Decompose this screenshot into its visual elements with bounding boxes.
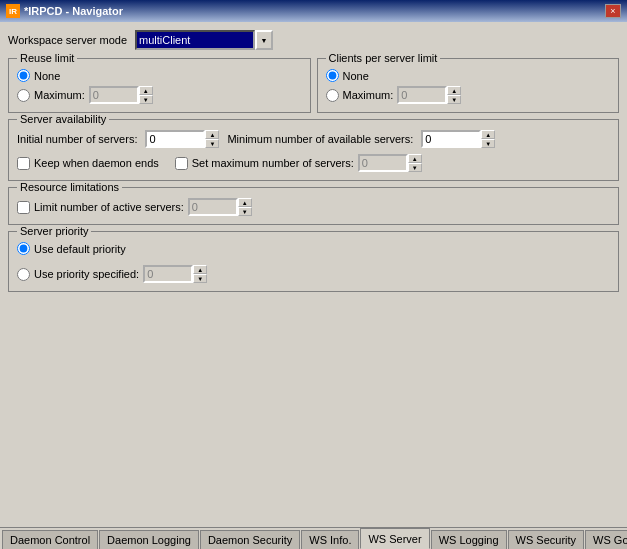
min-avail-spin-up[interactable]: ▲ xyxy=(481,130,495,139)
workspace-mode-select[interactable]: multiClient xyxy=(135,30,255,50)
clients-max-spin-down[interactable]: ▼ xyxy=(447,95,461,104)
tab-ws-logging[interactable]: WS Logging xyxy=(431,530,507,549)
limit-active-label: Limit number of active servers: xyxy=(34,201,184,213)
reuse-max-radio[interactable] xyxy=(17,89,30,102)
server-availability-group: Server availability Initial number of se… xyxy=(8,119,619,181)
server-availability-legend: Server availability xyxy=(17,113,109,125)
avail-row1: Initial number of servers: ▲ ▼ Minimum n… xyxy=(17,130,610,148)
workspace-mode-dropdown-wrapper: multiClient xyxy=(135,30,273,50)
min-avail-label: Minimum number of available servers: xyxy=(227,133,413,145)
set-max-spin-up[interactable]: ▲ xyxy=(408,154,422,163)
dropdown-arrow-icon[interactable] xyxy=(255,30,273,50)
set-max-spin-buttons: ▲ ▼ xyxy=(408,154,422,172)
clients-limit-group: Clients per server limit None Maximum: ▲… xyxy=(317,58,620,113)
initial-servers-spin-down[interactable]: ▼ xyxy=(205,139,219,148)
resource-limitations-legend: Resource limitations xyxy=(17,181,122,193)
title-bar: IR *IRPCD - Navigator × xyxy=(0,0,627,22)
clients-max-label: Maximum: xyxy=(343,89,394,101)
tab-daemon-control[interactable]: Daemon Control xyxy=(2,530,98,549)
tab-bar: Daemon ControlDaemon LoggingDaemon Secur… xyxy=(0,527,627,549)
min-avail-spin-down[interactable]: ▼ xyxy=(481,139,495,148)
initial-servers-spin-buttons: ▲ ▼ xyxy=(205,130,219,148)
res-row: Limit number of active servers: ▲ ▼ xyxy=(17,198,610,216)
reuse-max-label: Maximum: xyxy=(34,89,85,101)
min-avail-input[interactable] xyxy=(421,130,481,148)
clients-none-row: None xyxy=(326,69,611,82)
resource-limitations-group: Resource limitations Limit number of act… xyxy=(8,187,619,225)
clients-max-spinbox: ▲ ▼ xyxy=(397,86,461,104)
clients-max-spin-up[interactable]: ▲ xyxy=(447,86,461,95)
limits-row: Reuse limit None Maximum: ▲ ▼ xyxy=(8,58,619,113)
reuse-max-spinbox: ▲ ▼ xyxy=(89,86,153,104)
initial-servers-input[interactable] xyxy=(145,130,205,148)
tab-daemon-logging[interactable]: Daemon Logging xyxy=(99,530,199,549)
reuse-max-row: Maximum: ▲ ▼ xyxy=(17,86,302,104)
priority-specified-radio[interactable] xyxy=(17,268,30,281)
priority-specified-spin-up[interactable]: ▲ xyxy=(193,265,207,274)
app-icon: IR xyxy=(6,4,20,18)
clients-max-input xyxy=(397,86,447,104)
keep-daemon-checkbox[interactable] xyxy=(17,157,30,170)
min-avail-spin-buttons: ▲ ▼ xyxy=(481,130,495,148)
server-priority-legend: Server priority xyxy=(17,225,91,237)
reuse-limit-legend: Reuse limit xyxy=(17,52,77,64)
initial-servers-label: Initial number of servers: xyxy=(17,133,137,145)
priority-specified-spinbox: ▲ ▼ xyxy=(143,265,207,283)
set-max-input xyxy=(358,154,408,172)
tab-daemon-security[interactable]: Daemon Security xyxy=(200,530,300,549)
reuse-limit-group: Reuse limit None Maximum: ▲ ▼ xyxy=(8,58,311,113)
clients-limit-legend: Clients per server limit xyxy=(326,52,441,64)
tab-ws-info.[interactable]: WS Info. xyxy=(301,530,359,549)
avail-row2: Keep when daemon ends Set maximum number… xyxy=(17,154,610,172)
initial-servers-spinbox: ▲ ▼ xyxy=(145,130,219,148)
initial-servers-spin-up[interactable]: ▲ xyxy=(205,130,219,139)
empty-area xyxy=(8,298,619,519)
clients-max-row: Maximum: ▲ ▼ xyxy=(326,86,611,104)
limit-active-spin-buttons: ▲ ▼ xyxy=(238,198,252,216)
priority-specified-spin-down[interactable]: ▼ xyxy=(193,274,207,283)
keep-daemon-label: Keep when daemon ends xyxy=(34,157,159,169)
reuse-max-spin-buttons: ▲ ▼ xyxy=(139,86,153,104)
reuse-max-spin-down[interactable]: ▼ xyxy=(139,95,153,104)
priority-specified-label: Use priority specified: xyxy=(34,268,139,280)
priority-specified-row: Use priority specified: ▲ ▼ xyxy=(17,265,610,283)
min-avail-spinbox: ▲ ▼ xyxy=(421,130,495,148)
limit-active-spin-down[interactable]: ▼ xyxy=(238,207,252,216)
clients-none-radio[interactable] xyxy=(326,69,339,82)
reuse-none-label: None xyxy=(34,70,60,82)
close-button[interactable]: × xyxy=(605,4,621,18)
priority-default-label: Use default priority xyxy=(34,243,126,255)
tab-ws-security[interactable]: WS Security xyxy=(508,530,585,549)
set-max-row: Set maximum number of servers: ▲ ▼ xyxy=(175,154,422,172)
clients-max-spin-buttons: ▲ ▼ xyxy=(447,86,461,104)
set-max-checkbox[interactable] xyxy=(175,157,188,170)
workspace-mode-label: Workspace server mode xyxy=(8,34,127,46)
reuse-max-input xyxy=(89,86,139,104)
tab-ws-server[interactable]: WS Server xyxy=(360,528,429,549)
reuse-none-row: None xyxy=(17,69,302,82)
server-priority-group: Server priority Use default priority Use… xyxy=(8,231,619,292)
priority-col: Use default priority Use priority specif… xyxy=(17,242,610,283)
main-content: Workspace server mode multiClient Reuse … xyxy=(0,22,627,527)
priority-default-row: Use default priority xyxy=(17,242,610,255)
tab-ws-governing[interactable]: WS Governing xyxy=(585,530,627,549)
workspace-mode-row: Workspace server mode multiClient xyxy=(8,30,619,50)
set-max-spinbox: ▲ ▼ xyxy=(358,154,422,172)
set-max-label: Set maximum number of servers: xyxy=(192,157,354,169)
limit-active-input xyxy=(188,198,238,216)
limit-active-checkbox[interactable] xyxy=(17,201,30,214)
clients-none-label: None xyxy=(343,70,369,82)
priority-specified-input xyxy=(143,265,193,283)
priority-specified-spin-buttons: ▲ ▼ xyxy=(193,265,207,283)
set-max-spin-down[interactable]: ▼ xyxy=(408,163,422,172)
priority-default-radio[interactable] xyxy=(17,242,30,255)
reuse-none-radio[interactable] xyxy=(17,69,30,82)
clients-max-radio[interactable] xyxy=(326,89,339,102)
limit-active-spinbox: ▲ ▼ xyxy=(188,198,252,216)
keep-daemon-row: Keep when daemon ends xyxy=(17,157,159,170)
window-title: *IRPCD - Navigator xyxy=(24,5,123,17)
limit-active-spin-up[interactable]: ▲ xyxy=(238,198,252,207)
reuse-max-spin-up[interactable]: ▲ xyxy=(139,86,153,95)
